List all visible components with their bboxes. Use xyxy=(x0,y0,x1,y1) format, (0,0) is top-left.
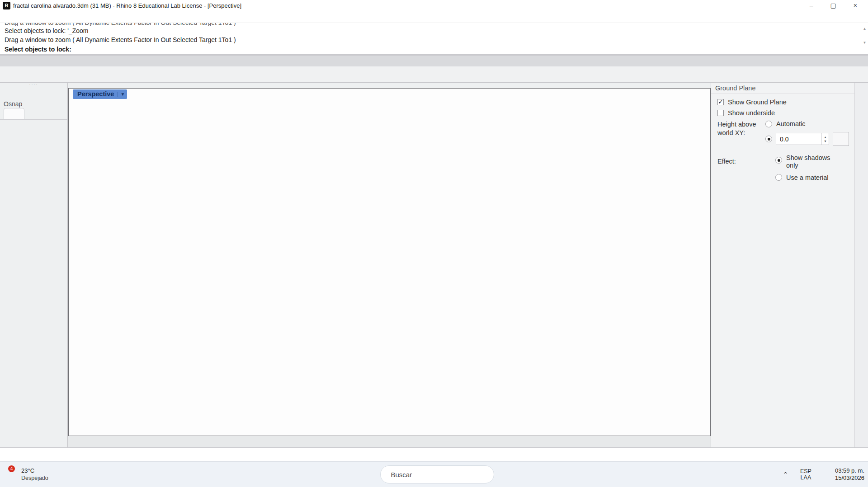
start-button[interactable] xyxy=(358,465,376,483)
osnap-filter-tab[interactable] xyxy=(26,108,47,119)
perspective-viewport[interactable]: Perspective ▼ xyxy=(68,88,711,436)
weather-temp: 23°C xyxy=(21,467,48,474)
viewport-title-chip[interactable]: Perspective ▼ xyxy=(73,89,127,99)
palette-drag-handle[interactable]: ···· xyxy=(0,83,67,86)
automatic-label: Automatic xyxy=(776,120,805,127)
show-ground-plane-checkbox[interactable]: ✓ xyxy=(717,99,724,105)
title-bar: R fractal carolina alvarado.3dm (31 MB) … xyxy=(0,0,868,11)
language-indicator[interactable]: ESPLAA xyxy=(800,468,811,481)
tool-palette xyxy=(0,86,67,88)
weather-icon: 4 xyxy=(5,467,18,482)
fractal-flower-model xyxy=(69,89,710,436)
maximize-button[interactable]: ▢ xyxy=(830,2,836,9)
clock[interactable]: 03:59 p. m.15/03/2026 xyxy=(835,467,864,482)
height-input[interactable]: 0.0 ▲▼ xyxy=(776,133,829,145)
show-underside-checkbox[interactable] xyxy=(717,110,724,116)
command-history-clipped: Drag a window to zoom ( All Dynamic Exte… xyxy=(0,23,868,26)
use-material-radio[interactable] xyxy=(775,174,782,181)
left-sidebar: ···· Osnap xyxy=(0,83,68,447)
use-material-label: Use a material xyxy=(786,174,828,181)
viewport-menu-arrow-icon[interactable]: ▼ xyxy=(118,92,127,97)
search-box[interactable]: Buscar xyxy=(380,465,494,483)
command-area[interactable]: Drag a window to zoom ( All Dynamic Exte… xyxy=(0,23,868,55)
viewport-column: Perspective ▼ xyxy=(68,83,711,447)
pick-height-button[interactable] xyxy=(833,132,849,146)
command-prompt[interactable]: Select objects to lock: xyxy=(0,44,868,54)
show-shadows-label: Show shadows only xyxy=(786,154,836,169)
close-button[interactable]: × xyxy=(854,2,857,9)
window-title: fractal carolina alvarado.3dm (31 MB) - … xyxy=(13,2,241,9)
tray-chevron-icon[interactable]: ⌃ xyxy=(783,471,788,478)
menu-bar xyxy=(0,11,868,23)
command-scrollbar[interactable]: ▲▼ xyxy=(862,27,867,45)
toolbar-tab-row xyxy=(0,55,868,66)
show-underside-label: Show underside xyxy=(728,109,775,117)
weather-widget[interactable]: 4 23°C Despejado xyxy=(5,467,48,482)
effect-label: Effect: xyxy=(717,154,775,181)
windows-taskbar: 4 23°C Despejado Buscar ⌃ ESPLAA 03:59 p… xyxy=(0,461,868,487)
osnap-panel: Osnap xyxy=(0,100,67,122)
system-tray: ⌃ ESPLAA 03:59 p. m.15/03/2026 xyxy=(783,467,864,482)
weather-badge: 4 xyxy=(8,465,15,472)
height-above-label: Height above world XY: xyxy=(717,120,765,146)
automatic-radio[interactable] xyxy=(765,121,772,127)
minimize-button[interactable]: – xyxy=(810,2,813,9)
rhino-app-logo-icon: R xyxy=(3,2,10,9)
height-spinner[interactable]: ▲▼ xyxy=(821,133,829,145)
panel-icon-strip xyxy=(854,83,868,447)
weather-condition: Despejado xyxy=(21,474,48,482)
command-history-line: Select objects to lock: '_Zoom xyxy=(0,26,868,35)
show-ground-plane-label: Show Ground Plane xyxy=(728,99,787,106)
show-shadows-radio[interactable] xyxy=(775,157,782,164)
viewport-tabs xyxy=(68,436,711,447)
command-history-line[interactable]: Drag a window to zoom ( All Dynamic Exte… xyxy=(0,35,868,44)
main-toolbar xyxy=(0,66,868,83)
status-bar xyxy=(0,447,868,461)
osnap-tab[interactable] xyxy=(4,108,24,119)
search-placeholder: Buscar xyxy=(391,471,486,479)
panel-title: Ground Plane xyxy=(715,84,755,92)
osnap-title: Osnap xyxy=(4,100,22,108)
ground-plane-panel: Ground Plane ✓ Show Ground Plane Show un… xyxy=(711,83,854,447)
manual-height-radio[interactable] xyxy=(765,136,772,142)
